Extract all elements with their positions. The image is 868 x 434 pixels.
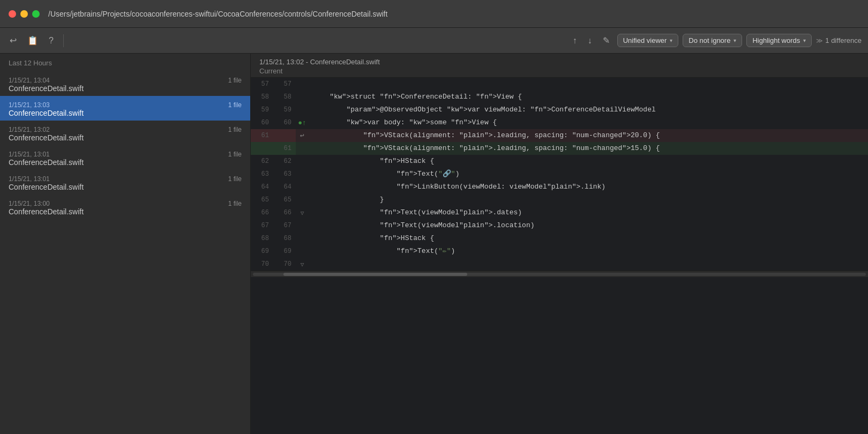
gutter-13 [296,245,309,258]
sidebar-date-text-3: 1/15/21, 13:01 [9,151,50,158]
ignore-dropdown[interactable]: Do not ignore ▾ [683,34,742,47]
diff-row-13: 69 69 "fn">Text("✏️") [251,245,868,258]
gutter-4: ↩ [296,129,309,142]
titlebar: /Users/jetbrains/Projects/cocoaconferenc… [0,0,868,28]
maximize-button[interactable] [32,10,40,18]
close-button[interactable] [9,10,16,18]
line-num-left-13: 69 [251,245,273,258]
line-num-right-3: 60 [273,116,296,129]
sidebar-date-text-2: 1/15/21, 13:02 [9,126,50,133]
line-content-5: "fn">VStack(alignment: "plain">.leading,… [309,142,868,155]
diff-row-1: 58 58 "kw">struct "fn">ConferenceDetail:… [251,91,868,103]
line-num-left-3: 60 [251,116,273,129]
line-content-6: "fn">HStack { [309,155,868,168]
diff-row-5: 61 "fn">VStack(alignment: "plain">.leadi… [251,142,868,155]
ignore-label: Do not ignore [689,36,730,44]
diff-count-label: 1 difference [825,36,862,44]
ignore-chevron-icon: ▾ [734,38,736,43]
horizontal-scrollbar[interactable] [251,271,868,277]
sidebar-item-1[interactable]: 1/15/21, 13:03 1 file ConferenceDetail.s… [0,96,250,121]
line-num-right-6: 62 [273,155,296,168]
sidebar-item-2[interactable]: 1/15/21, 13:02 1 file ConferenceDetail.s… [0,121,250,145]
line-num-right-5: 61 [273,142,296,155]
sidebar-header: Last 12 Hours [0,54,250,71]
diff-arrows-icon: ≫ [816,37,823,44]
sidebar-file-count-5: 1 file [228,200,242,207]
line-num-left-11: 67 [251,219,273,232]
sidebar-date-5: 1/15/21, 13:00 1 file [9,197,242,207]
viewer-dropdown[interactable]: Unified viewer ▾ [617,34,679,47]
sidebar-item-5[interactable]: 1/15/21, 13:00 1 file ConferenceDetail.s… [0,194,250,219]
viewer-chevron-icon: ▾ [670,38,672,43]
line-num-right-11: 67 [273,219,296,232]
highlight-dropdown[interactable]: Highlight words ▾ [746,34,812,47]
line-content-1: "kw">struct "fn">ConferenceDetail: "fn">… [309,91,868,103]
diff-row-3: 60 60 ●↑ "kw">var body: "kw">some "fn">V… [251,116,868,129]
line-num-right-1: 58 [273,91,296,103]
sidebar-file-count-3: 1 file [228,151,242,158]
separator-1 [63,34,64,47]
line-num-left-7: 63 [251,168,273,181]
diff-row-0: 57 57 [251,78,868,91]
line-num-right-13: 69 [273,245,296,258]
gutter-12 [296,232,309,245]
gutter-0 [296,78,309,91]
undo-icon[interactable]: ↩ [300,131,304,140]
sidebar-date-3: 1/15/21, 13:01 1 file [9,147,242,158]
sidebar-item-4[interactable]: 1/15/21, 13:01 1 file ConferenceDetail.s… [0,170,250,194]
toolbar-right: ↑ ↓ ✎ Unified viewer ▾ Do not ignore ▾ H… [570,33,862,48]
content-area: 1/15/21, 13:02 - ConferenceDetail.swift … [251,54,868,434]
content-header: 1/15/21, 13:02 - ConferenceDetail.swift … [251,54,868,78]
line-num-left-0: 57 [251,78,273,91]
sidebar-item-0[interactable]: 1/15/21, 13:04 1 file ConferenceDetail.s… [0,71,250,96]
line-num-left-8: 64 [251,181,273,193]
edit-button[interactable]: ✎ [600,33,613,48]
diff-row-12: 68 68 "fn">HStack { [251,232,868,245]
line-num-left-14: 70 [251,258,273,271]
nav-down-button[interactable]: ↓ [585,34,595,48]
diff-row-11: 67 67 "fn">Text(viewModel"plain">.locati… [251,219,868,232]
undo-button[interactable]: ↩ [6,33,20,48]
viewer-label: Unified viewer [623,36,667,44]
diff-count: ≫ 1 difference [816,36,862,44]
toolbar: ↩ 📋 ? ↑ ↓ ✎ Unified viewer ▾ Do not igno… [0,28,868,54]
sidebar-items-container: 1/15/21, 13:04 1 file ConferenceDetail.s… [0,71,250,219]
sidebar-filename-4: ConferenceDetail.swift [9,183,242,193]
line-num-left-4: 61 [251,129,273,142]
sidebar-filename-0: ConferenceDetail.swift [9,84,242,95]
line-num-left-5 [251,142,273,155]
modified-icon: ●↑ [298,119,306,127]
sidebar-file-count-0: 1 file [228,77,242,84]
help-button[interactable]: ? [46,34,57,48]
titlebar-path: /Users/jetbrains/Projects/cocoaconferenc… [48,10,387,18]
h-scrollbar-track [253,273,866,276]
diff-row-8: 64 64 "fn">LinkButton(viewModel: viewMod… [251,181,868,193]
highlight-chevron-icon: ▾ [803,38,806,43]
sidebar-date-text-0: 1/15/21, 13:04 [9,77,50,84]
line-num-left-1: 58 [251,91,273,103]
minimize-button[interactable] [20,10,28,18]
diff-area[interactable]: 57 57 58 58 "kw">struct "fn">ConferenceD… [251,78,868,434]
bookmark-button[interactable]: 📋 [24,33,41,48]
sidebar-filename-1: ConferenceDetail.swift [9,109,242,119]
sidebar-file-count-4: 1 file [228,175,242,183]
h-scrollbar-thumb[interactable] [283,273,467,276]
line-content-8: "fn">LinkButton(viewModel: viewModel"pla… [309,181,868,193]
line-content-9: } [309,193,868,206]
sidebar-date-4: 1/15/21, 13:01 1 file [9,172,242,183]
sidebar[interactable]: Last 12 Hours 1/15/21, 13:04 1 file Conf… [0,54,251,434]
sidebar-item-3[interactable]: 1/15/21, 13:01 1 file ConferenceDetail.s… [0,145,250,170]
diff-row-9: 65 65 } [251,193,868,206]
line-num-right-2: 59 [273,103,296,116]
sidebar-filename-5: ConferenceDetail.swift [9,207,242,218]
sidebar-date-0: 1/15/21, 13:04 1 file [9,73,242,84]
line-content-14 [309,258,868,271]
nav-up-button[interactable]: ↑ [570,34,580,48]
line-content-11: "fn">Text(viewModel"plain">.location) [309,219,868,232]
diff-row-2: 59 59 "param">@ObservedObject "kw">var v… [251,103,868,116]
line-content-0 [309,78,868,91]
diff-row-10: 66 66 ▽ "fn">Text(viewModel"plain">.date… [251,206,868,219]
gutter-6 [296,155,309,168]
sidebar-filename-2: ConferenceDetail.swift [9,133,242,144]
line-content-4: "fn">VStack(alignment: "plain">.leading,… [309,129,868,142]
